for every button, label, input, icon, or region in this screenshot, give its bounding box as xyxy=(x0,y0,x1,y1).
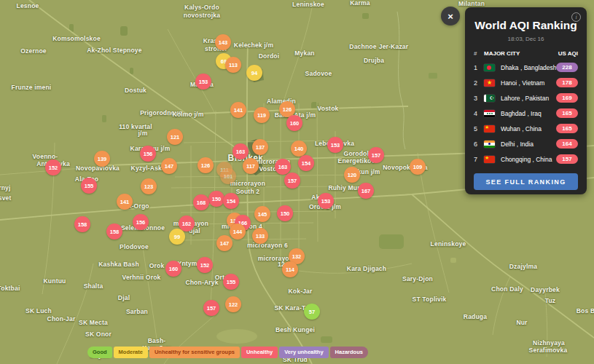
aqi-value-pill: 165 xyxy=(556,108,578,118)
aqi-station-marker[interactable]: 114 xyxy=(282,261,298,277)
aqi-station-marker[interactable]: 158 xyxy=(74,216,90,232)
aqi-station-marker[interactable]: 133 xyxy=(252,228,268,244)
aqi-station-marker[interactable]: 94 xyxy=(246,65,262,81)
aqi-scale-legend: GoodModerateUnhealthy for sensitive grou… xyxy=(87,347,368,358)
close-icon: × xyxy=(448,11,453,22)
ranking-rows: 1Dhaka , Bangladesh2282★Hanoi , Vietnam1… xyxy=(465,60,587,167)
city-name: Chongqing , China xyxy=(501,156,556,163)
aqi-station-marker[interactable]: 157 xyxy=(203,300,219,316)
aqi-station-marker[interactable]: 140 xyxy=(291,141,307,157)
aqi-station-marker[interactable]: 153 xyxy=(195,74,211,90)
column-rank: # xyxy=(474,50,484,57)
city-name: Baghdad , Iraq xyxy=(501,110,556,117)
aqi-station-marker[interactable]: 152 xyxy=(197,257,213,273)
ranking-table-header: # MAJOR CITY US AQI xyxy=(465,50,587,57)
aqi-station-marker[interactable]: 57 xyxy=(304,304,320,320)
aqi-station-marker[interactable]: 141 xyxy=(230,102,246,118)
aqi-station-marker[interactable]: 156 xyxy=(140,146,156,162)
aqi-station-marker[interactable]: 137 xyxy=(252,139,268,155)
aqi-station-marker[interactable]: 113 xyxy=(225,57,241,73)
aqi-value-pill: 165 xyxy=(556,124,578,133)
aqi-station-marker[interactable]: 120 xyxy=(344,167,360,183)
aqi-value-pill: 228 xyxy=(556,63,578,72)
ranking-row[interactable]: 2★Hanoi , Vietnam178 xyxy=(465,75,587,90)
city-name: Wuhan , China xyxy=(501,125,556,132)
panel-title: World AQI Ranking xyxy=(465,19,587,32)
aqi-station-marker[interactable]: 160 xyxy=(286,115,302,131)
legend-item: Moderate xyxy=(114,347,148,358)
aqi-station-marker[interactable]: 147 xyxy=(161,158,177,174)
legend-item: Unhealthy for sensitive groups xyxy=(149,347,240,358)
world-aqi-ranking-panel: i World AQI Ranking 18:03, Dec 16 # MAJO… xyxy=(465,7,587,194)
city-name: Delhi , India xyxy=(501,141,556,148)
legend-item: Unhealthy xyxy=(241,347,278,358)
aqi-value-pill: 178 xyxy=(556,78,578,87)
rank-number: 6 xyxy=(474,141,484,148)
aqi-station-marker[interactable]: 145 xyxy=(254,206,270,222)
aqi-station-marker[interactable]: 109 xyxy=(410,159,426,175)
aqi-station-marker[interactable]: 117 xyxy=(243,158,259,174)
aqi-station-marker[interactable]: 157 xyxy=(368,147,384,163)
ranking-row[interactable]: 1Dhaka , Bangladesh228 xyxy=(465,60,587,75)
aqi-station-marker[interactable]: 122 xyxy=(225,296,241,312)
rank-number: 4 xyxy=(474,110,484,117)
flag-pakistan-icon: ☪ xyxy=(484,95,495,102)
ranking-row[interactable]: 4Baghdad , Iraq165 xyxy=(465,106,587,121)
aqi-station-marker[interactable]: 155 xyxy=(223,274,239,290)
aqi-station-marker[interactable]: 154 xyxy=(223,193,239,209)
column-major-city: MAJOR CITY xyxy=(484,50,558,57)
info-icon[interactable]: i xyxy=(571,12,581,22)
aqi-map-canvas[interactable]: LesnoeKalys-OrdonovostrojkaKomsomolskoeO… xyxy=(0,0,594,364)
aqi-station-marker[interactable]: 163 xyxy=(232,143,249,159)
aqi-station-marker[interactable]: 147 xyxy=(216,235,232,251)
aqi-station-marker[interactable]: 152 xyxy=(45,159,61,175)
ranking-row[interactable]: 6Delhi , India164 xyxy=(465,136,587,151)
ranking-row[interactable]: 7★Chongqing , China157 xyxy=(465,151,587,167)
aqi-value-pill: 157 xyxy=(556,154,578,164)
aqi-station-marker[interactable]: 99 xyxy=(169,229,185,245)
ranking-row[interactable]: 3☪Lahore , Pakistan169 xyxy=(465,90,587,106)
aqi-station-marker[interactable]: 168 xyxy=(193,194,209,210)
aqi-station-marker[interactable]: 101 xyxy=(220,168,236,184)
aqi-station-marker[interactable]: 157 xyxy=(284,173,300,189)
aqi-station-marker[interactable]: 153 xyxy=(318,193,334,209)
city-name: Dhaka , Bangladesh xyxy=(501,64,556,71)
aqi-station-marker[interactable]: 144 xyxy=(230,223,246,240)
aqi-station-marker[interactable]: 160 xyxy=(165,261,181,277)
legend-item: Good xyxy=(87,347,112,358)
see-full-ranking-button[interactable]: SEE FULL RANKING xyxy=(474,173,578,190)
aqi-station-marker[interactable]: 150 xyxy=(208,191,224,207)
aqi-station-marker[interactable]: 154 xyxy=(298,155,314,171)
aqi-station-marker[interactable]: 121 xyxy=(167,129,183,145)
aqi-station-marker[interactable]: 163 xyxy=(275,159,291,175)
flag-iraq-icon xyxy=(484,110,495,117)
aqi-value-pill: 164 xyxy=(556,139,578,149)
aqi-station-marker[interactable]: 123 xyxy=(141,178,157,194)
column-us-aqi: US AQI xyxy=(558,50,578,57)
legend-item: Very unhealthy xyxy=(279,347,328,358)
ranking-row[interactable]: 5★Wuhan , China165 xyxy=(465,121,587,136)
rank-number: 7 xyxy=(474,156,484,163)
aqi-station-marker[interactable]: 126 xyxy=(198,157,214,173)
aqi-station-marker[interactable]: 167 xyxy=(358,183,374,199)
city-name: Hanoi , Vietnam xyxy=(501,79,556,87)
aqi-station-marker[interactable]: 119 xyxy=(254,107,270,123)
aqi-station-marker[interactable]: 139 xyxy=(94,151,110,167)
rank-number: 5 xyxy=(474,125,484,132)
close-panel-button[interactable]: × xyxy=(441,7,460,25)
legend-item: Hazardous xyxy=(330,347,368,358)
aqi-station-marker[interactable]: 143 xyxy=(215,34,231,50)
aqi-station-marker[interactable]: 156 xyxy=(133,214,149,230)
aqi-value-pill: 169 xyxy=(556,93,578,103)
flag-vietnam-icon: ★ xyxy=(484,79,495,87)
aqi-station-marker[interactable]: 150 xyxy=(277,205,293,221)
aqi-station-marker[interactable]: 153 xyxy=(327,137,343,153)
aqi-station-marker[interactable]: 158 xyxy=(106,223,122,240)
flag-china-icon: ★ xyxy=(484,125,495,132)
city-name: Lahore , Pakistan xyxy=(501,95,556,102)
panel-timestamp: 18:03, Dec 16 xyxy=(465,36,587,42)
rank-number: 1 xyxy=(474,64,484,71)
aqi-station-marker[interactable]: 155 xyxy=(81,178,97,194)
aqi-station-marker[interactable]: 141 xyxy=(117,194,133,210)
flag-india-icon xyxy=(484,141,495,148)
